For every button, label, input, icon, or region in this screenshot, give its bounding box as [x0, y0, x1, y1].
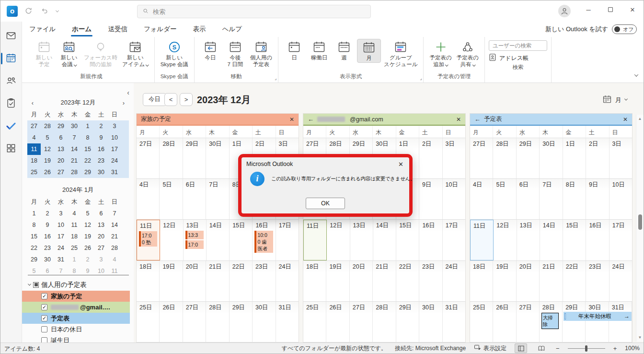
close-button[interactable]: ✕	[621, 0, 644, 19]
mini-calendar-day[interactable]: 6	[94, 208, 108, 219]
close-panel-icon[interactable]: ✕	[456, 116, 461, 123]
mini-calendar-day[interactable]: 3	[108, 120, 121, 132]
day-cell[interactable]: 19日	[493, 261, 516, 301]
day-cell[interactable]: 18日	[303, 261, 326, 301]
mini-calendar-day[interactable]: 31	[54, 254, 68, 265]
day-cell[interactable]: 18日	[137, 261, 160, 301]
nav-rail-people[interactable]	[0, 74, 22, 88]
day-cell[interactable]: 11日	[303, 220, 327, 260]
mini-calendar-day[interactable]: 30	[94, 166, 108, 178]
day-cell[interactable]: 17日	[610, 220, 632, 260]
mini-calendar-day[interactable]: 1	[81, 120, 94, 132]
day-cell[interactable]: 17日	[276, 220, 299, 260]
day-cell[interactable]: 17日	[443, 220, 465, 260]
day-cell[interactable]: 9日	[586, 179, 609, 219]
day-cell[interactable]: 9日	[419, 179, 442, 219]
work-week-view-button[interactable]: 稼働日	[307, 39, 331, 62]
day-cell[interactable]: 25日	[137, 302, 160, 342]
day-cell[interactable]: 28日大掃除	[540, 302, 563, 342]
day-cell[interactable]: 30日	[540, 138, 563, 178]
zoom-in-button[interactable]: +	[613, 345, 617, 352]
vertical-scrollbar[interactable]: ▲ ▼	[636, 115, 644, 342]
day-cell[interactable]: 13日	[517, 220, 540, 260]
day-cell[interactable]: 24日	[610, 261, 632, 301]
menu-tab-home[interactable]: ホーム	[71, 23, 92, 36]
scroll-thumb[interactable]	[638, 214, 642, 230]
personal-calendar-button[interactable]: 個人用の予定表	[248, 39, 274, 69]
day-cell[interactable]: 18日	[470, 261, 493, 301]
day-cell[interactable]: 23日	[419, 261, 442, 301]
mini-calendar-day[interactable]: 28	[108, 242, 121, 254]
calendar-event[interactable]: 13:3	[185, 231, 204, 239]
back-arrow-icon[interactable]: ←	[308, 116, 314, 123]
mini-calendar-day[interactable]: 11	[68, 219, 81, 231]
mini-calendar-day[interactable]: 25	[27, 166, 41, 178]
day-cell[interactable]: 28日	[373, 302, 396, 342]
day-cell[interactable]: 10日	[443, 179, 465, 219]
calendar-checkbox[interactable]: ✓	[41, 304, 47, 310]
mini-calendar-day[interactable]: 15	[27, 231, 41, 242]
mini-calendar-day[interactable]: 18	[27, 155, 41, 166]
view-mode-dropdown[interactable]: 月	[602, 94, 627, 106]
calendar-list-item-gmail-calendar[interactable]: ✓@gmail.…	[22, 302, 130, 313]
calendar-checkbox[interactable]	[41, 326, 47, 332]
menu-tab-folder[interactable]: フォルダー	[143, 23, 178, 36]
calendar-group-header[interactable]: 個人用の予定表	[22, 279, 130, 291]
mini-calendar-day[interactable]: 29	[27, 254, 41, 265]
day-cell[interactable]: 13日	[350, 220, 373, 260]
day-cell[interactable]: 30日	[586, 302, 609, 342]
calendar-event[interactable]: 大掃除	[541, 313, 559, 329]
mini-calendar-day[interactable]: 30	[41, 254, 54, 265]
mini-calendar-day[interactable]: 2	[94, 120, 108, 132]
day-cell[interactable]: 29日	[563, 302, 586, 342]
day-cell[interactable]: 22日	[396, 261, 419, 301]
search-input[interactable]	[153, 8, 366, 15]
day-cell[interactable]: 3日	[610, 138, 632, 178]
calendar-event[interactable]: 10:00 歯医者	[254, 231, 273, 253]
mini-calendar-day[interactable]: 12	[81, 219, 94, 231]
mini-calendar-day[interactable]: 31	[108, 166, 121, 178]
mini-calendar-day[interactable]: 7	[68, 132, 81, 143]
day-cell[interactable]: 10日	[610, 179, 632, 219]
mini-calendar-day[interactable]: 17	[108, 143, 121, 155]
day-cell[interactable]: 5日	[493, 179, 516, 219]
day-cell[interactable]: 13日13:317:0	[184, 220, 207, 260]
mini-calendar-day[interactable]: 22	[27, 242, 41, 254]
ok-button[interactable]: OK	[306, 198, 345, 209]
day-cell[interactable]: 24日	[443, 261, 465, 301]
mini-calendar-day[interactable]: 1	[68, 254, 81, 265]
new-items-button[interactable]: 新しいアイテム	[120, 39, 150, 69]
day-cell[interactable]: 6日	[183, 179, 206, 219]
mini-calendar-day[interactable]: 26	[81, 242, 94, 254]
day-cell[interactable]: 14日	[207, 220, 230, 260]
day-cell[interactable]: 27日	[183, 302, 206, 342]
day-cell[interactable]: 29日	[396, 302, 419, 342]
mini-calendar-day[interactable]: 5	[81, 208, 94, 219]
day-cell[interactable]: 14日	[540, 220, 563, 260]
mini-calendar-day[interactable]: 10	[108, 132, 121, 143]
day-cell[interactable]: 27日	[470, 138, 493, 178]
mini-calendar-day[interactable]: 29	[81, 166, 94, 178]
mini-calendar-day[interactable]: 20	[54, 155, 68, 166]
day-cell[interactable]: 20日	[350, 261, 373, 301]
add-calendar-button[interactable]: 予定表の追加	[427, 39, 453, 69]
day-cell[interactable]: 28日	[206, 302, 229, 342]
menu-tab-send-receive[interactable]: 送受信	[107, 23, 128, 36]
undo-icon[interactable]	[40, 7, 48, 16]
share-calendar-button[interactable]: 予定表の共有	[455, 39, 481, 69]
mini-calendar-day[interactable]: 11	[27, 143, 41, 155]
day-cell[interactable]: 24日	[276, 261, 299, 301]
day-cell[interactable]: 19日	[326, 261, 349, 301]
nav-rail-calendar[interactable]	[0, 52, 22, 65]
mini-calendar-day[interactable]: 19	[81, 231, 94, 242]
mini-calendar-day[interactable]: 29	[54, 120, 68, 132]
day-cell[interactable]: 15日	[396, 220, 419, 260]
previous-month-button[interactable]: <	[164, 93, 177, 106]
mini-calendar-day[interactable]: 20	[94, 231, 108, 242]
zoom-slider-thumb[interactable]	[585, 345, 587, 352]
group-checkbox[interactable]	[33, 282, 39, 288]
day-cell[interactable]: 4日	[137, 179, 160, 219]
mini-calendar-day[interactable]: 8	[27, 219, 41, 231]
day-cell[interactable]: 12日	[494, 220, 517, 260]
mini-calendar-day[interactable]: 23	[41, 242, 54, 254]
